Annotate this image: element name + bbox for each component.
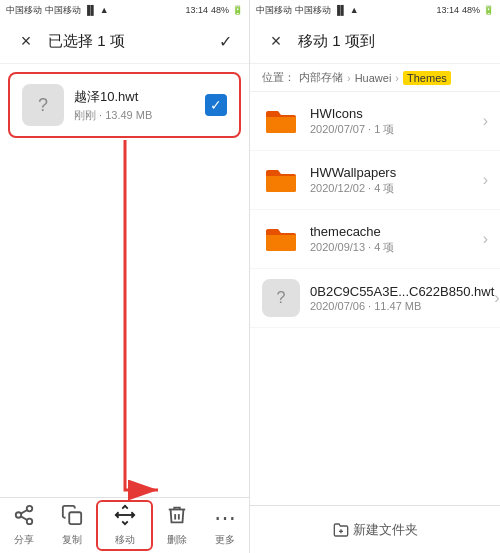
svg-point-1 (16, 512, 22, 518)
left-top-bar: × 已选择 1 项 ✓ (0, 20, 249, 64)
svg-rect-5 (70, 512, 82, 524)
breadcrumb-sep2: › (395, 72, 399, 84)
battery-icon: 🔋 (232, 5, 243, 15)
folder-hwicons-info: HWIcons 2020/07/07 · 1 项 (310, 106, 483, 137)
folder-themecache-name: themecache (310, 224, 483, 239)
right-time: 13:14 (436, 5, 459, 15)
file-list-item[interactable]: ? 越泽10.hwt 刚刚 · 13.49 MB ✓ (8, 72, 241, 138)
right-panel: 中国移动 中国移动 ▐▌ ▲ 13:14 48% 🔋 × 移动 1 项到 位置：… (250, 0, 500, 553)
right-status-carrier: 中国移动 中国移动 ▐▌ ▲ (256, 4, 359, 17)
copy-label: 复制 (62, 533, 82, 547)
battery-label: 48% (211, 5, 229, 15)
right-top-title: 移动 1 项到 (298, 32, 488, 51)
svg-point-2 (27, 519, 33, 525)
move-label: 移动 (115, 533, 135, 547)
left-bottom-toolbar: 分享 复制 移动 (0, 497, 249, 553)
new-folder-label: 新建文件夹 (353, 521, 418, 539)
share-label: 分享 (14, 533, 34, 547)
right-file-chevron: › (494, 289, 499, 307)
folder-hwwallpapers-chevron: › (483, 171, 488, 189)
left-panel: 中国移动 中国移动 ▐▌ ▲ 13:14 48% 🔋 × 已选择 1 项 ✓ ? (0, 0, 250, 553)
right-file-item[interactable]: ? 0B2C9C55A3E...C622B850.hwt 2020/07/06 … (250, 269, 500, 328)
more-icon: ⋯ (214, 505, 236, 531)
folder-themecache-chevron: › (483, 230, 488, 248)
carrier2-label: 中国移动 (45, 4, 81, 17)
file-type-icon: ? (22, 84, 64, 126)
right-carrier1: 中国移动 (256, 4, 292, 17)
right-signal-icon: ▐▌ (334, 5, 347, 15)
toolbar-copy[interactable]: 复制 (48, 500, 96, 551)
right-bottom-bar: 新建文件夹 (250, 505, 500, 553)
right-top-bar: × 移动 1 项到 (250, 20, 500, 64)
toolbar-delete[interactable]: 删除 (153, 500, 201, 551)
more-label: 更多 (215, 533, 235, 547)
left-status-bar: 中国移动 中国移动 ▐▌ ▲ 13:14 48% 🔋 (0, 0, 249, 20)
toolbar-more[interactable]: ⋯ 更多 (201, 501, 249, 551)
breadcrumb-themes[interactable]: Themes (403, 71, 451, 85)
right-battery-label: 48% (462, 5, 480, 15)
folder-themecache-info: themecache 2020/09/13 · 4 项 (310, 224, 483, 255)
carrier1-label: 中国移动 (6, 4, 42, 17)
breadcrumb-huawei[interactable]: Huawei (355, 72, 392, 84)
left-time: 13:14 (185, 5, 208, 15)
folder-hwwallpapers-info: HWWallpapers 2020/12/02 · 4 项 (310, 165, 483, 196)
folder-hwicons-meta: 2020/07/07 · 1 项 (310, 122, 483, 137)
signal-icon: ▐▌ (84, 5, 97, 15)
right-file-meta: 2020/07/06 · 11.47 MB (310, 300, 494, 312)
folder-icon-themecache (262, 220, 300, 258)
toolbar-move[interactable]: 移动 (96, 500, 152, 551)
file-info: 越泽10.hwt 刚刚 · 13.49 MB (74, 88, 205, 123)
right-carrier2: 中国移动 (295, 4, 331, 17)
breadcrumb-sep1: › (347, 72, 351, 84)
share-icon (13, 504, 35, 531)
folder-icon-hwwallpapers (262, 161, 300, 199)
svg-line-4 (21, 510, 27, 514)
folder-hwicons-name: HWIcons (310, 106, 483, 121)
breadcrumb-label: 位置： (262, 70, 295, 85)
left-top-title: 已选择 1 项 (48, 32, 205, 51)
right-folder-list: HWIcons 2020/07/07 · 1 项 › HWWallpapers … (250, 92, 500, 505)
file-checkbox[interactable]: ✓ (205, 94, 227, 116)
copy-icon (61, 504, 83, 531)
folder-hwwallpapers-name: HWWallpapers (310, 165, 483, 180)
folder-hwwallpapers-meta: 2020/12/02 · 4 项 (310, 181, 483, 196)
folder-item-themecache[interactable]: themecache 2020/09/13 · 4 项 › (250, 210, 500, 269)
folder-item-hwicons[interactable]: HWIcons 2020/07/07 · 1 项 › (250, 92, 500, 151)
right-file-name: 0B2C9C55A3E...C622B850.hwt (310, 284, 494, 299)
breadcrumb-internal-storage[interactable]: 内部存储 (299, 70, 343, 85)
left-check-icon[interactable]: ✓ (213, 30, 237, 54)
right-file-info: 0B2C9C55A3E...C622B850.hwt 2020/07/06 · … (310, 284, 494, 312)
file-meta-label: 刚刚 · 13.49 MB (74, 108, 205, 123)
right-file-icon: ? (262, 279, 300, 317)
wifi-icon: ▲ (100, 5, 109, 15)
svg-point-0 (27, 506, 33, 512)
folder-icon-hwicons (262, 102, 300, 140)
left-file-list: ? 越泽10.hwt 刚刚 · 13.49 MB ✓ (0, 64, 249, 497)
move-icon (114, 504, 136, 531)
right-wifi-icon: ▲ (350, 5, 359, 15)
delete-icon (166, 504, 188, 531)
toolbar-share[interactable]: 分享 (0, 500, 48, 551)
svg-line-3 (21, 516, 27, 520)
left-close-button[interactable]: × (12, 28, 40, 56)
new-folder-button[interactable]: 新建文件夹 (333, 521, 418, 539)
right-status-right: 13:14 48% 🔋 (436, 5, 494, 15)
file-name-label: 越泽10.hwt (74, 88, 205, 106)
right-close-button[interactable]: × (262, 28, 290, 56)
left-status-carrier: 中国移动 中国移动 ▐▌ ▲ (6, 4, 109, 17)
folder-hwicons-chevron: › (483, 112, 488, 130)
right-battery-icon: 🔋 (483, 5, 494, 15)
left-status-right: 13:14 48% 🔋 (185, 5, 243, 15)
folder-themecache-meta: 2020/09/13 · 4 项 (310, 240, 483, 255)
breadcrumb-bar: 位置： 内部存储 › Huawei › Themes (250, 64, 500, 92)
folder-item-hwwallpapers[interactable]: HWWallpapers 2020/12/02 · 4 项 › (250, 151, 500, 210)
right-status-bar: 中国移动 中国移动 ▐▌ ▲ 13:14 48% 🔋 (250, 0, 500, 20)
delete-label: 删除 (167, 533, 187, 547)
